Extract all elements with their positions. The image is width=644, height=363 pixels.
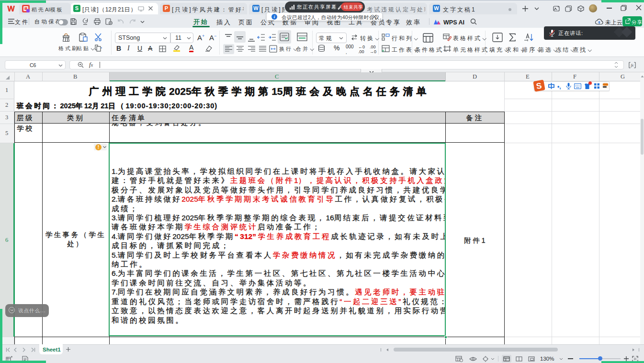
svg-text:fx: fx xyxy=(631,63,633,68)
